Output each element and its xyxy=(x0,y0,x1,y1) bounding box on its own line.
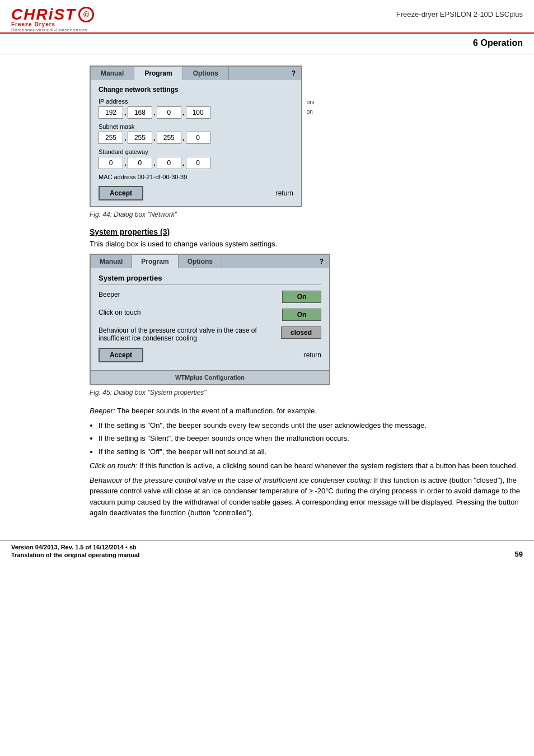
logo-sub1: Freeze Dryers xyxy=(11,21,55,27)
gateway-label: Standard gateway xyxy=(99,148,293,155)
sys-tab-question[interactable]: ? xyxy=(314,255,329,268)
subnet-field-4[interactable] xyxy=(186,132,210,144)
gateway-field-2[interactable] xyxy=(128,157,152,169)
ip-dot-3: . xyxy=(182,108,185,117)
behaviour-label: Behaviour of the pressure control valve … xyxy=(99,326,275,342)
header-title: Freeze-dryer EPSILON 2-10D LSCplus xyxy=(396,6,523,18)
network-accept-button[interactable]: Accept xyxy=(99,186,143,200)
network-dialog: Manual Program Options ? Change network … xyxy=(90,66,302,207)
sys-tab-program[interactable]: Program xyxy=(132,255,178,268)
gateway-field-3[interactable] xyxy=(157,157,181,169)
tab-options[interactable]: Options xyxy=(183,67,229,80)
subnet-dot-2: . xyxy=(153,133,156,142)
network-accept-row: Accept return xyxy=(99,186,293,200)
sys-dialog-body: System properties Beeper On Click on tou… xyxy=(91,268,329,368)
network-dialog-body: Change network settings IP address . . .… xyxy=(91,80,301,206)
subnet-mask-row: . . . xyxy=(99,132,293,144)
fig45-wrapper: Manual Program Options ? System properti… xyxy=(90,254,523,385)
wtmplus-config[interactable]: WTMplus Configuration xyxy=(91,370,329,384)
footer-translation: Translation of the original operating ma… xyxy=(11,552,139,558)
subnet-field-3[interactable] xyxy=(157,132,181,144)
sys-section-title: System properties xyxy=(99,274,321,285)
footer-version: Version 04/2013, Rev. 1.5 of 16/12/2014 … xyxy=(11,544,139,550)
section-heading: 6 Operation xyxy=(0,34,534,54)
sidebar-label-on: on xyxy=(307,109,315,115)
subsection-title: System properties (3) xyxy=(90,227,523,236)
subsection-desc: This dialog box is used to change variou… xyxy=(90,240,523,248)
behaviour-row: Behaviour of the pressure control valve … xyxy=(99,326,321,342)
sys-tab-manual[interactable]: Manual xyxy=(91,255,132,268)
subnet-mask-label: Subnet mask xyxy=(99,123,293,130)
fig44-wrapper: Manual Program Options ? Change network … xyxy=(90,66,523,207)
ip-field-2[interactable] xyxy=(128,106,152,119)
logo-sub2: Rotational-Vacuum-Concentrators xyxy=(11,27,87,32)
footer: Version 04/2013, Rev. 1.5 of 16/12/2014 … xyxy=(0,540,534,562)
tab-manual[interactable]: Manual xyxy=(91,67,134,80)
tab-program[interactable]: Program xyxy=(134,67,182,80)
subnet-field-2[interactable] xyxy=(128,132,152,144)
gateway-field-1[interactable] xyxy=(99,157,123,169)
bullet-2: If the setting is "Silent", the beeper s… xyxy=(99,433,523,444)
bullet-1: If the setting is "On", the beeper sound… xyxy=(99,420,523,431)
mac-address: MAC address 00-21-df-00-30-39 xyxy=(99,174,293,180)
subnet-dot-1: . xyxy=(124,133,127,142)
behaviour-button[interactable]: closed xyxy=(281,326,321,339)
sidebar-label-ors: ors xyxy=(307,99,315,105)
subnet-dot-3: . xyxy=(182,133,185,142)
subnet-field-1[interactable] xyxy=(99,132,123,144)
fig45-caption: Fig. 45: Dialog box "System properties" xyxy=(90,389,523,396)
network-return-button[interactable]: return xyxy=(276,189,293,197)
click-touch-label: Click on touch xyxy=(99,309,277,316)
system-properties-dialog: Manual Program Options ? System properti… xyxy=(90,254,330,385)
beeper-intro: Beeper: The beeper sounds in the event o… xyxy=(90,405,523,417)
network-dialog-tabs: Manual Program Options ? xyxy=(91,67,301,80)
header: CHRiST © Freeze Dryers Rotational-Vacuum… xyxy=(0,0,534,34)
ip-field-3[interactable] xyxy=(157,106,181,119)
ip-dot-2: . xyxy=(153,108,156,117)
bullet-3: If the setting is "Off", the beeper will… xyxy=(99,446,523,458)
behaviour-text: Behaviour of the pressure control valve … xyxy=(90,475,523,519)
footer-page: 59 xyxy=(515,550,523,558)
click-touch-text: Click on touch: If this function is acti… xyxy=(90,460,523,472)
beeper-row: Beeper On xyxy=(99,291,321,303)
ip-field-4[interactable] xyxy=(186,106,210,119)
gw-dot-1: . xyxy=(124,158,127,167)
gateway-field-4[interactable] xyxy=(186,157,210,169)
sys-dialog-tabs: Manual Program Options ? xyxy=(91,255,329,268)
sys-accept-row: Accept return xyxy=(99,348,321,362)
gw-dot-2: . xyxy=(153,158,156,167)
ip-field-1[interactable] xyxy=(99,106,123,119)
logo-area: CHRiST © Freeze Dryers Rotational-Vacuum… xyxy=(11,6,94,32)
tab-question[interactable]: ? xyxy=(286,67,301,80)
ip-address-label: IP address xyxy=(99,98,293,105)
gw-dot-3: . xyxy=(182,158,185,167)
logo-symbol: © xyxy=(78,7,94,22)
fig44-caption: Fig. 44: Dialog box "Network" xyxy=(90,211,523,218)
ip-dot-1: . xyxy=(124,108,127,117)
sys-return-button[interactable]: return xyxy=(304,351,321,359)
main-content: Manual Program Options ? Change network … xyxy=(0,54,534,529)
click-touch-button[interactable]: On xyxy=(282,309,321,321)
sys-accept-button[interactable]: Accept xyxy=(99,348,143,362)
ip-address-row: . . . xyxy=(99,106,293,119)
text-content: Beeper: The beeper sounds in the event o… xyxy=(90,405,523,519)
sys-tab-options[interactable]: Options xyxy=(179,255,222,268)
network-section-title: Change network settings xyxy=(99,86,293,94)
click-touch-row: Click on touch On xyxy=(99,309,321,321)
beeper-button[interactable]: On xyxy=(282,291,321,303)
gateway-row: . . . xyxy=(99,157,293,169)
beeper-label: Beeper xyxy=(99,291,277,298)
footer-left: Version 04/2013, Rev. 1.5 of 16/12/2014 … xyxy=(11,544,139,558)
beeper-list: If the setting is "On", the beeper sound… xyxy=(99,420,523,458)
